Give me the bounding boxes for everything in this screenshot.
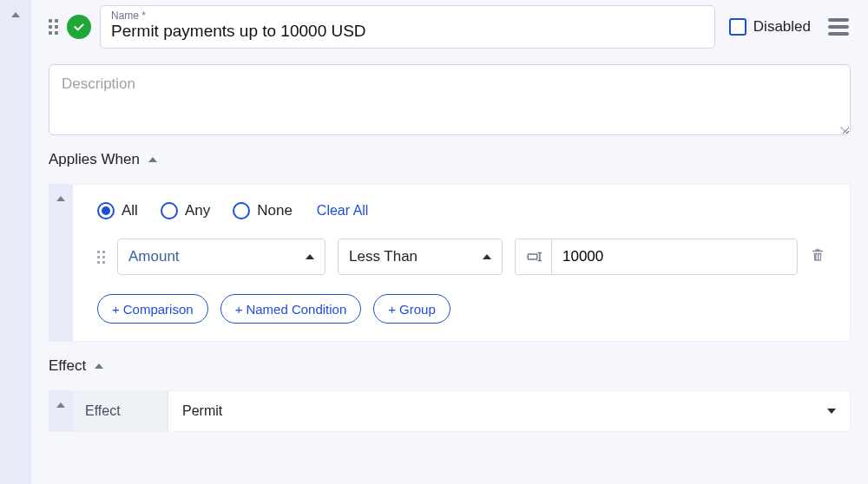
plus-icon: +: [235, 302, 243, 317]
condition-operator-select[interactable]: Less Than: [338, 239, 503, 275]
effect-collapse-rail[interactable]: [49, 390, 73, 432]
add-named-condition-button[interactable]: + Named Condition: [220, 294, 362, 324]
applies-when-title: Applies When: [49, 151, 140, 168]
effect-title: Effect: [49, 357, 86, 375]
match-none-label: None: [257, 202, 293, 219]
radio-icon: [161, 202, 178, 219]
add-group-button[interactable]: + Group: [373, 294, 450, 324]
match-any-radio[interactable]: Any: [161, 202, 210, 219]
resize-handle-icon[interactable]: [838, 122, 848, 133]
condition-value-wrap: [515, 239, 798, 275]
add-comparison-button[interactable]: + Comparison: [97, 294, 208, 324]
rule-name-label: Name *: [111, 10, 704, 22]
disabled-label: Disabled: [753, 18, 811, 36]
description-input[interactable]: [62, 75, 838, 121]
effect-select[interactable]: Permit: [168, 391, 850, 431]
description-field[interactable]: [49, 64, 851, 135]
applies-when-body: All Any None Clear All: [73, 184, 851, 342]
radio-icon: [97, 202, 115, 219]
rule-menu-button[interactable]: [826, 16, 851, 37]
match-mode-row: All Any None Clear All: [97, 202, 825, 219]
applies-when-collapse-rail[interactable]: [49, 184, 73, 342]
outer-collapse-rail[interactable]: [0, 0, 31, 484]
drag-handle-icon[interactable]: [49, 19, 58, 35]
value-type-button[interactable]: [515, 239, 551, 275]
disabled-checkbox[interactable]: [729, 18, 746, 36]
clear-all-link[interactable]: Clear All: [317, 203, 369, 219]
effect-body: Effect Permit: [73, 390, 851, 432]
effect-header[interactable]: Effect: [49, 357, 851, 375]
plus-icon: +: [388, 302, 396, 317]
condition-row: Amount Less Than: [97, 239, 825, 275]
rule-name-field[interactable]: Name *: [100, 5, 715, 49]
effect-label: Effect: [85, 403, 121, 419]
disabled-checkbox-wrap[interactable]: Disabled: [729, 18, 811, 36]
match-none-radio[interactable]: None: [233, 202, 293, 219]
caret-up-icon: [95, 363, 103, 369]
plus-icon: +: [112, 302, 120, 317]
status-valid-icon: [67, 15, 91, 39]
condition-operator-value: Less Than: [349, 248, 418, 265]
effect-panel: Effect Permit: [49, 390, 851, 432]
caret-up-icon: [56, 402, 65, 408]
add-group-label: Group: [399, 302, 436, 317]
rule-header-row: Name * Disabled: [49, 5, 851, 49]
condition-field-value: Amount: [128, 248, 180, 265]
condition-field-select[interactable]: Amount: [117, 239, 326, 275]
effect-value: Permit: [182, 403, 222, 419]
caret-down-icon: [827, 409, 836, 414]
caret-up-icon: [11, 12, 20, 17]
delete-condition-button[interactable]: [810, 246, 825, 267]
caret-up-icon: [148, 157, 157, 162]
svg-rect-0: [528, 254, 537, 259]
effect-label-cell: Effect: [73, 391, 168, 431]
applies-when-panel: All Any None Clear All: [49, 184, 851, 342]
add-named-condition-label: Named Condition: [246, 302, 346, 317]
rule-content: Name * Disabled Applies When: [31, 0, 868, 484]
add-comparison-label: Comparison: [123, 302, 194, 317]
match-all-label: All: [122, 202, 138, 219]
caret-up-icon: [306, 254, 314, 259]
match-all-radio[interactable]: All: [97, 202, 138, 219]
applies-when-header[interactable]: Applies When: [49, 151, 851, 168]
radio-icon: [233, 202, 250, 219]
caret-up-icon: [483, 254, 491, 259]
match-any-label: Any: [185, 202, 210, 219]
condition-value-input[interactable]: [551, 239, 798, 275]
rule-name-input[interactable]: [111, 22, 704, 41]
caret-up-icon: [56, 196, 65, 201]
add-condition-row: + Comparison + Named Condition + Group: [97, 294, 825, 324]
drag-handle-icon[interactable]: [97, 251, 105, 264]
rule-editor: Name * Disabled Applies When: [0, 0, 868, 484]
